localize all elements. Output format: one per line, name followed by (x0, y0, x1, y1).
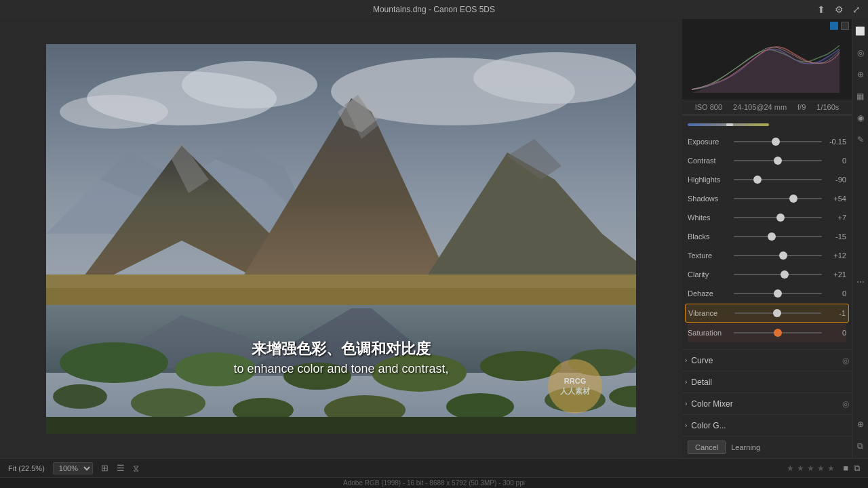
slider-track-contrast[interactable] (734, 154, 822, 167)
brush-icon[interactable]: ✎ (854, 133, 867, 146)
section-eye-icon[interactable]: ◎ (842, 356, 849, 365)
slider-row-saturation: Saturation0 (688, 323, 846, 342)
before-after-icon[interactable]: ⧉ (854, 439, 867, 453)
slider-value-highlights: -90 (822, 176, 846, 184)
star-4[interactable]: ★ (817, 464, 825, 473)
slider-thumb-highlights[interactable] (753, 176, 762, 184)
slider-track-clarity[interactable] (734, 268, 822, 281)
slider-label-shadows: Shadows (688, 195, 734, 203)
slider-thumb-clarity[interactable] (781, 270, 789, 279)
slider-thumb-vibrance[interactable] (773, 309, 781, 317)
slider-row-clarity: Clarity+21 (688, 265, 846, 284)
square-icon[interactable]: ■ (843, 463, 848, 473)
watermark: RRCG人人素材 (548, 359, 602, 413)
slider-track-highlights[interactable] (734, 173, 822, 186)
slider-label-blacks: Blacks (688, 232, 734, 241)
grid-icon[interactable]: ⊞ (101, 463, 108, 473)
slider-value-vibrance: -1 (821, 309, 846, 317)
slider-track-exposure[interactable] (734, 135, 822, 148)
section-color-g...[interactable]: ›Color G... (682, 414, 852, 436)
section-eye-icon[interactable]: ◎ (842, 399, 849, 409)
heal-icon[interactable]: ◎ (854, 46, 867, 60)
adobe-info: Adobe RGB (1998) - 16 bit - 8688 x 5792 … (343, 479, 525, 487)
slider-thumb-saturation[interactable] (774, 329, 782, 337)
section-label: Color Mixer (691, 399, 842, 409)
iso-value: ISO 800 (695, 103, 722, 111)
svg-point-22 (283, 363, 351, 390)
slider-track-saturation[interactable] (734, 326, 822, 340)
section-detail[interactable]: ›Detail (682, 371, 852, 392)
svg-point-35 (726, 123, 733, 126)
slider-thumb-exposure[interactable] (772, 138, 780, 146)
radial-icon[interactable]: ◉ (854, 111, 867, 125)
zoom-select[interactable]: 100% 50% 25% Fit (53, 462, 93, 474)
slider-label-contrast: Contrast (688, 157, 734, 165)
slider-label-clarity: Clarity (688, 270, 734, 279)
slider-row-contrast: Contrast0 (688, 151, 846, 170)
dots-icon[interactable]: ⋯ (854, 275, 867, 289)
slider-thumb-shadows[interactable] (789, 195, 797, 203)
slider-value-saturation: 0 (822, 329, 846, 337)
slider-track-shadows[interactable] (734, 192, 822, 205)
slider-thumb-blacks[interactable] (768, 232, 776, 241)
svg-point-20 (60, 342, 168, 383)
star-1[interactable]: ★ (787, 464, 794, 473)
svg-point-23 (372, 354, 467, 392)
learning-text: Learning (731, 443, 760, 451)
slider-label-dehaze: Dehaze (688, 289, 734, 298)
gear-icon[interactable]: ⚙ (833, 3, 845, 16)
histogram-icons (830, 22, 849, 30)
compare-icon[interactable]: ⧉ (854, 463, 860, 474)
slider-label-whites: Whites (688, 214, 734, 222)
slider-value-whites: +7 (822, 214, 846, 222)
slider-value-texture: +12 (822, 251, 846, 260)
crop-icon[interactable]: ⬜ (854, 24, 867, 38)
star-2[interactable]: ★ (797, 464, 804, 473)
upload-icon[interactable]: ⬆ (815, 3, 827, 16)
slider-row-highlights: Highlights-90 (688, 170, 846, 189)
cancel-button[interactable]: Cancel (688, 441, 726, 454)
star-3[interactable]: ★ (807, 464, 814, 473)
slider-track-vibrance[interactable] (734, 306, 821, 320)
wb-gradient (688, 123, 769, 126)
slider-row-dehaze: Dehaze0 (688, 284, 846, 303)
svg-point-2 (182, 61, 317, 108)
slider-thumb-dehaze[interactable] (774, 289, 782, 298)
expand-icon[interactable]: ⤢ (850, 3, 863, 16)
filter-icon[interactable]: ⧖ (133, 463, 139, 474)
zoom-fit-icon[interactable]: ⊕ (854, 418, 867, 431)
slider-row-shadows: Shadows+54 (688, 189, 846, 208)
section-arrow-icon: › (685, 400, 687, 407)
slider-value-clarity: +21 (822, 270, 846, 279)
slider-track-whites[interactable] (734, 211, 822, 224)
canvas-area: 来增强色彩、色调和对比度 to enhance color and tone a… (0, 19, 682, 458)
slider-label-texture: Texture (688, 251, 734, 260)
slider-label-exposure: Exposure (688, 138, 734, 146)
section-arrow-icon: › (685, 422, 687, 429)
histogram-mode-icon[interactable] (841, 22, 849, 30)
gradient-icon[interactable]: ▦ (854, 89, 867, 103)
slider-track-blacks[interactable] (734, 230, 822, 243)
bottom-toolbar: Fit (22.5%) 100% 50% 25% Fit ⊞ ☰ ⧖ ★ ★ ★… (0, 458, 868, 477)
slider-value-exposure: -0.15 (822, 138, 846, 146)
slider-thumb-texture[interactable] (779, 251, 787, 260)
redeye-icon[interactable]: ⊕ (854, 68, 867, 81)
slider-row-blacks: Blacks-15 (688, 227, 846, 246)
right-panel: ISO 800 24-105@24 mm f/9 1/160s (682, 19, 852, 458)
sections-container: ›Curve◎›Detail›Color Mixer◎›Color G... (682, 349, 852, 436)
list-icon[interactable]: ☰ (117, 463, 125, 473)
slider-thumb-whites[interactable] (776, 214, 785, 222)
slider-track-texture[interactable] (734, 249, 822, 262)
slider-track-dehaze[interactable] (734, 287, 822, 300)
title-icons: ⬆ ⚙ ⤢ (815, 3, 863, 16)
svg-point-5 (60, 95, 168, 129)
svg-point-21 (175, 352, 256, 386)
section-color-mixer[interactable]: ›Color Mixer◎ (682, 392, 852, 414)
color-channel-icon[interactable] (830, 22, 838, 30)
svg-point-4 (473, 52, 636, 104)
slider-thumb-contrast[interactable] (774, 157, 782, 165)
section-curve[interactable]: ›Curve◎ (682, 349, 852, 371)
svg-point-27 (131, 388, 205, 418)
slider-row-vibrance: Vibrance-1 (685, 304, 849, 323)
star-5[interactable]: ★ (827, 464, 835, 473)
